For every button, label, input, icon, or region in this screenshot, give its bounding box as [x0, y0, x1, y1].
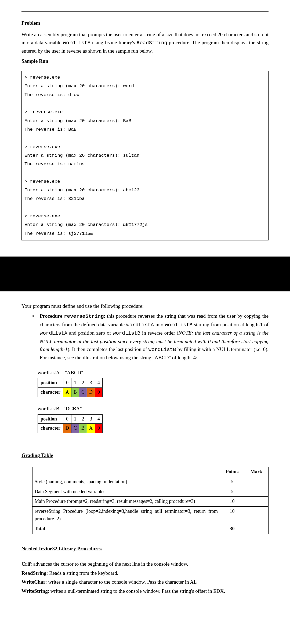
grading-total-mark [244, 524, 269, 534]
lib-crlf-desc: : advances the cursor to the beginning o… [31, 561, 188, 567]
top-rule [21, 11, 269, 12]
lib-writestring: WriteString: writes a null-terminated st… [21, 587, 269, 595]
bullet-g: ). It then completes the last position o… [68, 346, 148, 352]
char-a-2: C [79, 388, 87, 397]
procedure-intro: Your program must define and use the fol… [21, 302, 269, 310]
bullet-f: in reverse order ( [140, 330, 179, 336]
lib-crlf-name: Crlf [21, 561, 31, 567]
lib-wchar-desc: : writes a single character to the conso… [45, 579, 197, 585]
char-b-2: B [79, 424, 87, 433]
bullet-icon: • [32, 312, 40, 362]
pos-label-b: position [38, 414, 63, 424]
heading-sample-run: Sample Run [21, 57, 48, 65]
pos-b-1: 1 [71, 414, 79, 424]
grading-head-points: Points [220, 467, 244, 477]
pos-b-4: 4 [95, 414, 102, 424]
char-a-0: A [63, 388, 71, 397]
bullet-lead-b: reverseString [64, 313, 104, 319]
grading-row-3: reverseString Procedure (loop=2,indexing… [32, 507, 269, 524]
pos-a-0: 0 [63, 378, 71, 388]
grading-table: Points Mark Style (naming, comments, spa… [32, 467, 269, 534]
grading-pts-2: 10 [220, 497, 244, 507]
char-b-4: 0 [95, 424, 102, 433]
bullet-wordb-1: wordListB [165, 322, 193, 328]
bullet-e: and position zero of [67, 330, 113, 336]
page-1: Problem Write an assembly program that p… [0, 0, 290, 257]
grading-desc-3: reverseString Procedure (loop=2,indexing… [32, 507, 220, 524]
wordlistb-table-wrap: wordListB= "DCBA" position 0 1 2 3 4 cha… [38, 405, 269, 433]
wordlistb-table: position 0 1 2 3 4 character D C B A 0 [38, 414, 103, 433]
bullet-body: Procedure reverseString: this procedure … [40, 312, 269, 362]
lib-read-name: ReadString [21, 570, 46, 576]
bullet-worda-1: wordListA [126, 322, 154, 328]
grading-desc-2: Main Procedure (prompt=2, readstring=3, … [32, 497, 220, 507]
grading-row-total: Total 30 [32, 524, 269, 534]
bullet-wordb-2: wordListB [113, 330, 140, 336]
grading-mark-3 [244, 507, 269, 524]
grading-pts-3: 10 [220, 507, 244, 524]
pos-b-2: 2 [79, 414, 87, 424]
lib-writechar: WriteChar: writes a single character to … [21, 578, 269, 586]
grading-mark-1 [244, 487, 269, 497]
char-a-1: B [71, 388, 79, 397]
wordlistb-caption: wordListB= "DCBA" [38, 405, 269, 412]
page-separator [0, 257, 290, 291]
problem-paragraph: Write an assembly program that prompts t… [21, 31, 269, 55]
grading-row-0: Style (naming, comments, spacing, indent… [32, 477, 269, 487]
grading-desc-0: Style (naming, comments, spacing, indent… [32, 477, 220, 487]
page-2: Your program must define and use the fol… [0, 291, 290, 612]
code-wordlista: wordListA [63, 40, 91, 46]
pos-a-1: 1 [71, 378, 79, 388]
code-readstring: ReadString [137, 40, 167, 46]
pos-label-a: position [38, 378, 63, 388]
wordlista-table: position 0 1 2 3 4 character A B C D 0 [38, 378, 103, 397]
grading-total-label: Total [32, 524, 220, 534]
pos-a-2: 2 [79, 378, 87, 388]
lib-crlf: Crlf: advances the cursor to the beginni… [21, 560, 269, 568]
bullet-reversestring: • Procedure reverseString: this procedur… [32, 312, 269, 362]
grading-mark-2 [244, 497, 269, 507]
pos-a-4: 4 [95, 378, 102, 388]
lib-wstr-desc: : writes a null-terminated string to the… [48, 588, 225, 594]
lib-readstring: ReadString: Reads a string from the keyb… [21, 569, 269, 577]
pos-a-3: 3 [87, 378, 95, 388]
wordlista-caption: wordListA = "ABCD" [38, 369, 269, 376]
bullet-lead-a: Procedure [40, 313, 64, 319]
lib-read-desc: : Reads a string from the keyboard. [46, 570, 118, 576]
char-a-4: 0 [95, 388, 102, 397]
library-procedures: Crlf: advances the cursor to the beginni… [21, 560, 269, 595]
grading-row-1: Data Segment with needed variables 5 [32, 487, 269, 497]
pos-b-0: 0 [63, 414, 71, 424]
lib-wchar-name: WriteChar [21, 579, 45, 585]
char-label-b: character [38, 424, 63, 433]
wordlista-table-wrap: wordListA = "ABCD" position 0 1 2 3 4 ch… [38, 369, 269, 397]
bullet-wordb-3: wordListB [148, 347, 176, 353]
char-b-3: A [87, 424, 95, 433]
grading-pts-0: 5 [220, 477, 244, 487]
char-label-a: character [38, 388, 63, 397]
grading-row-2: Main Procedure (prompt=2, readstring=3, … [32, 497, 269, 507]
sample-run-box: > reverse.exe Enter a string (max 20 cha… [21, 71, 269, 240]
bullet-d: starting from position at length-1 of [193, 322, 269, 327]
grading-pts-1: 5 [220, 487, 244, 497]
grading-head-mark: Mark [244, 467, 269, 477]
heading-problem: Problem [21, 19, 40, 27]
grading-desc-1: Data Segment with needed variables [32, 487, 220, 497]
bullet-worda-2: wordListA [40, 330, 67, 336]
grading-mark-0 [244, 477, 269, 487]
grading-head-empty [32, 467, 220, 477]
char-b-1: C [71, 424, 79, 433]
lib-wstr-name: WriteString [21, 588, 48, 594]
grading-total-pts: 30 [220, 524, 244, 534]
pos-b-3: 3 [87, 414, 95, 424]
bullet-into: into [154, 322, 165, 327]
char-b-0: D [63, 424, 71, 433]
char-a-3: D [87, 388, 95, 397]
heading-grading: Grading Table [21, 451, 53, 459]
problem-text-b: using Irvine library's [90, 40, 137, 45]
heading-library: Needed Irvine32 Library Procedures [21, 545, 102, 552]
